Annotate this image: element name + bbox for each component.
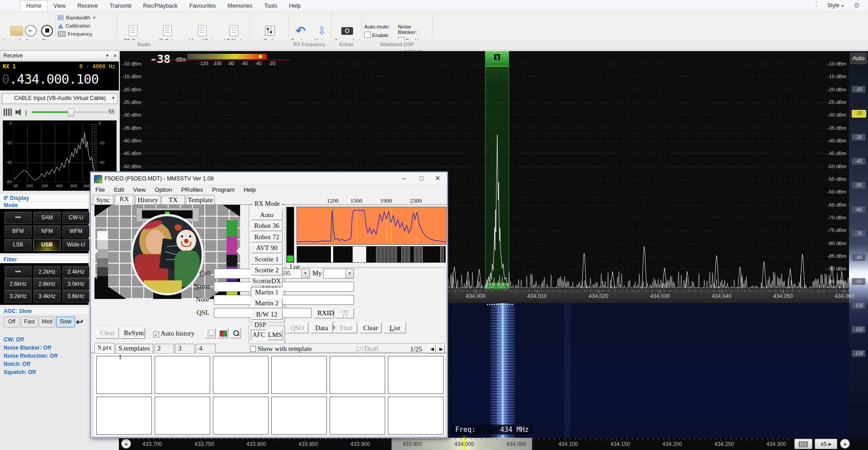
waterfall-range-gauge[interactable] — [849, 51, 868, 438]
filter-button-2-2khz[interactable]: 2.2kHz — [33, 266, 61, 278]
filter-button-3-2khz[interactable]: 3.2kHz — [5, 290, 32, 303]
status-link-notch[interactable]: Notch: Off — [4, 361, 30, 367]
gauge-auto-button[interactable]: Auto — [850, 52, 867, 64]
mmsstv-tab-template[interactable]: Template — [186, 195, 215, 204]
status-link-noise-reduction[interactable]: Noise Reduction: Off — [4, 353, 57, 359]
agc-button-fast[interactable]: Fast — [21, 317, 38, 327]
if-display-section-header[interactable]: IF Display — [0, 194, 89, 202]
stock-picture-slot[interactable] — [388, 397, 443, 435]
filter-button-3-6khz[interactable]: 3.6kHz — [62, 290, 90, 303]
stock-picture-slot[interactable] — [96, 397, 152, 435]
ribbon-tab-help[interactable]: Help — [283, 1, 307, 11]
dsp-lms-button[interactable]: LMS — [267, 330, 283, 340]
speaker-icon[interactable] — [15, 108, 25, 117]
rx-mode-martin-1[interactable]: Martin 1 — [251, 287, 283, 298]
ribbon-tab-home[interactable]: Home — [20, 0, 47, 11]
nav-scroll-right-button[interactable]: » — [840, 439, 850, 449]
ribbon-tab-view[interactable]: View — [47, 1, 71, 11]
filter-button-2-6khz[interactable]: 2.6kHz — [5, 278, 32, 290]
mmsstv-title-bar[interactable]: F5OEO (F5OEO.MDT) - MMSSTV Ver 1.08 – □ … — [91, 172, 447, 185]
rx-mode-scottie-1[interactable]: Scottie 1 — [251, 254, 283, 265]
mmsstv-menu-profiles[interactable]: PRofiles — [177, 185, 208, 195]
filter-button-3-0khz[interactable]: 3.0kHz — [62, 278, 90, 290]
mmsstv-menu-program[interactable]: Program — [208, 185, 239, 195]
my-report-select[interactable]: ▼ — [323, 269, 354, 279]
stock-picture-slot[interactable] — [271, 356, 327, 394]
gauge-tick--100[interactable]: -100 — [852, 302, 865, 309]
auto-history-checkbox[interactable]: Auto history — [153, 330, 194, 337]
prev-page-button[interactable]: ◀ — [427, 345, 436, 353]
filter-button-[interactable]: ••• — [5, 266, 32, 278]
equalizer-icon[interactable] — [4, 109, 12, 116]
style-menu[interactable]: Style ▼ — [827, 2, 844, 9]
status-link-squelch[interactable]: Squelch: Off — [4, 369, 36, 375]
agc-button-slow[interactable]: Slow — [56, 317, 75, 327]
log-button-clear[interactable]: Clear — [359, 322, 382, 333]
maximize-button[interactable]: □ — [414, 172, 429, 185]
gauge-tick--110[interactable]: -110 — [852, 326, 865, 333]
zoom-level-button[interactable]: x5 ▸ — [815, 439, 837, 449]
pix-tab-s-pix[interactable]: S.pix — [94, 343, 114, 353]
dsp-afc-button[interactable]: AFC — [251, 330, 267, 340]
agc-button-off[interactable]: Off — [4, 317, 20, 327]
clear-image-button[interactable]: Clear — [96, 327, 119, 339]
tuned-frequency-value[interactable]: 0.434.000.100 — [2, 71, 99, 87]
rxid-button[interactable]: RXID — [314, 308, 334, 318]
calibration-menu[interactable]: Calibration — [58, 22, 90, 29]
pix-tab-3[interactable]: 3 — [175, 344, 195, 353]
mode-button-usb[interactable]: USB — [33, 239, 61, 251]
mmsstv-tab-history[interactable]: History — [135, 195, 160, 204]
gauge-tick--70[interactable]: -70 — [852, 230, 865, 237]
stock-picture-slot[interactable] — [330, 397, 385, 435]
mode-button-bfm[interactable]: BFM — [5, 225, 32, 237]
stock-picture-slot[interactable] — [155, 397, 210, 435]
gauge-tick--20[interactable]: -20 — [852, 110, 866, 118]
log-button-qso[interactable]: QSO — [286, 322, 308, 333]
mmsstv-menu-edit[interactable]: Edit — [109, 185, 128, 195]
agc-button-med[interactable]: Med — [39, 317, 55, 327]
filter-button-3-4khz[interactable]: 3.4kHz — [33, 290, 61, 303]
audio-device-select[interactable]: CABLE Input (VB-Audio Virtual Cable)▼ — [2, 93, 118, 104]
nav-scroll-left-button[interactable]: « — [121, 439, 131, 449]
stock-picture-slot[interactable] — [96, 356, 152, 394]
gauge-tick--40[interactable]: -40 — [852, 158, 865, 165]
keyboard-entry-button[interactable] — [794, 439, 812, 449]
pix-tab-4[interactable]: 4 — [196, 344, 216, 353]
rx-mode-b-w-12[interactable]: B/W 12 — [251, 309, 283, 320]
pix-tab-2[interactable]: 2 — [154, 344, 174, 353]
mmsstv-menu-help[interactable]: Help — [239, 185, 260, 195]
filter-section-header[interactable]: Filter — [0, 256, 89, 263]
mode-button-cw-u[interactable]: CW-U — [62, 212, 90, 224]
mmsstv-window[interactable]: F5OEO (F5OEO.MDT) - MMSSTV Ver 1.08 – □ … — [90, 172, 448, 438]
log-button-data[interactable]: Data — [311, 322, 333, 333]
gauge-tick--10[interactable]: -10 — [852, 86, 865, 93]
panel-collapse-icon[interactable]: ▼ — [105, 51, 109, 60]
undo-arrow-icon[interactable]: ↩ — [76, 317, 83, 327]
note-input[interactable] — [214, 295, 354, 305]
mode-button-wfm[interactable]: WFM — [62, 225, 90, 237]
log-button-find[interactable]: Find — [335, 322, 357, 333]
show-with-template-checkbox[interactable]: Show with template — [250, 345, 312, 353]
mmsstv-menu-file[interactable]: File — [91, 185, 109, 195]
filter-button-2-8khz[interactable]: 2.8kHz — [33, 278, 61, 290]
minimize-button[interactable]: – — [396, 172, 412, 185]
stock-picture-slot[interactable] — [155, 356, 210, 394]
resync-button[interactable]: ReSync — [121, 327, 145, 339]
log-button-list[interactable]: List — [384, 322, 406, 333]
status-link-cw[interactable]: CW: Off — [4, 336, 24, 343]
abc-button[interactable]: ABC — [336, 308, 354, 318]
gauge-tick--50[interactable]: -50 — [852, 182, 865, 189]
next-page-button[interactable]: ▶ — [436, 345, 445, 353]
mmsstv-tab-sync[interactable]: Sync — [93, 195, 113, 204]
status-link-noise-blanker[interactable]: Noise Blanker: Off — [4, 345, 51, 351]
stock-picture-slot[interactable] — [271, 397, 327, 435]
agc-section-header[interactable]: AGC: Slow — [0, 308, 89, 315]
mmsstv-menu-view[interactable]: View — [128, 185, 150, 195]
rx-mode-robot-36[interactable]: Robot 36 — [251, 221, 283, 231]
frequency-readout-panel[interactable]: RX 1 0 - 4000 Hz 0.434.000.100 — [0, 62, 119, 90]
his-report-select[interactable]: 595▼ — [279, 269, 310, 279]
copy-pages-button[interactable] — [205, 328, 216, 338]
filter-button-2-4khz[interactable]: 2.4kHz — [62, 266, 90, 278]
rx-mode-scottie-2[interactable]: Scottie 2 — [251, 265, 283, 275]
mmsstv-tab-rx[interactable]: RX — [114, 194, 134, 205]
